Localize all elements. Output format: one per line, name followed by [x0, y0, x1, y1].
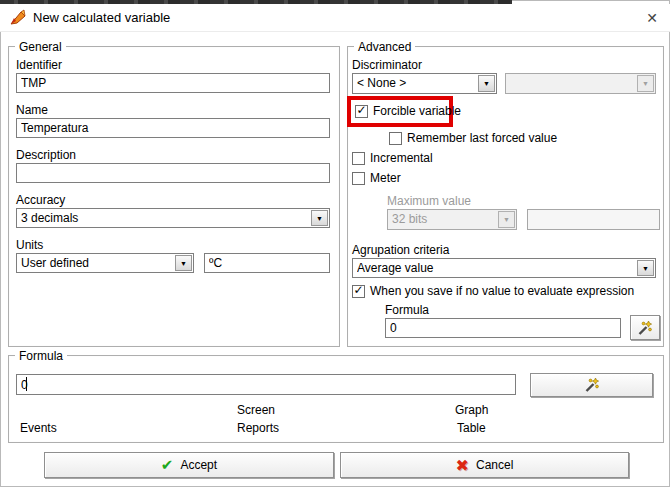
text-caret	[26, 377, 27, 391]
advanced-formula-label: Formula	[385, 303, 429, 317]
dropdown-arrow-icon: ▼	[637, 75, 654, 92]
advanced-legend: Advanced	[354, 40, 415, 54]
column-reports-label: Reports	[237, 421, 279, 435]
checkbox-label: When you save if no value to evaluate ex…	[370, 284, 634, 298]
discriminator-label: Discriminator	[352, 58, 422, 72]
identifier-input[interactable]	[16, 73, 330, 93]
checkbox-box[interactable]: ✓	[355, 105, 368, 118]
column-graph-label: Graph	[455, 403, 488, 417]
discriminator-value: < None >	[357, 76, 476, 90]
accuracy-value: 3 decimals	[21, 211, 309, 225]
magic-wand-icon	[584, 377, 600, 393]
units-label: Units	[16, 238, 43, 252]
magic-wand-icon	[637, 320, 653, 336]
accuracy-select[interactable]: 3 decimals ▼	[16, 208, 330, 228]
checkbox-box[interactable]	[352, 152, 365, 165]
checkbox-label: Meter	[370, 171, 401, 185]
dropdown-arrow-icon[interactable]: ▼	[478, 75, 495, 92]
name-input[interactable]	[16, 118, 330, 138]
units-custom-input[interactable]	[204, 253, 330, 273]
maximum-value-input	[527, 209, 660, 230]
forcible-variable-checkbox[interactable]: ✓ Forcible variable	[355, 104, 461, 118]
incremental-checkbox[interactable]: Incremental	[352, 151, 433, 165]
column-screen-label: Screen	[237, 403, 275, 417]
checkbox-label: Remember last forced value	[407, 131, 557, 145]
cancel-cross-icon: ✖	[456, 456, 469, 475]
formula-input[interactable]	[16, 374, 516, 395]
checkbox-label: Forcible variable	[373, 104, 461, 118]
dialog-window: New calculated variable ✕ General Identi…	[0, 0, 670, 487]
agrupation-criteria-select[interactable]: Average value ▼	[352, 258, 656, 278]
checkbox-label: Incremental	[370, 151, 433, 165]
description-label: Description	[16, 148, 76, 162]
title-bar: New calculated variable ✕	[0, 4, 670, 32]
description-input[interactable]	[16, 163, 330, 183]
meter-checkbox[interactable]: Meter	[352, 171, 401, 185]
dropdown-arrow-icon[interactable]: ▼	[311, 210, 328, 226]
formula-group	[8, 355, 664, 443]
checkbox-box[interactable]	[389, 132, 402, 145]
accept-label: Accept	[180, 458, 217, 472]
accuracy-label: Accuracy	[16, 193, 65, 207]
accept-check-icon: ✔	[161, 456, 174, 474]
dropdown-arrow-icon[interactable]: ▼	[175, 255, 192, 271]
checkbox-box[interactable]	[352, 172, 365, 185]
name-label: Name	[16, 103, 48, 117]
column-table-label: Table	[457, 421, 486, 435]
checkbox-box[interactable]: ✓	[352, 285, 365, 298]
remember-last-forced-checkbox[interactable]: Remember last forced value	[389, 131, 557, 145]
maximum-value-label: Maximum value	[387, 194, 471, 208]
agrupation-criteria-label: Agrupation criteria	[352, 243, 449, 257]
formula-wizard-button[interactable]	[530, 373, 653, 397]
maximum-value-select: 32 bits ▼	[387, 209, 517, 230]
agrupation-criteria-value: Average value	[357, 261, 635, 275]
general-legend: General	[15, 40, 66, 54]
advanced-formula-wizard-button[interactable]	[630, 315, 660, 340]
close-button[interactable]: ✕	[642, 8, 662, 28]
discriminator-secondary-select: ▼	[505, 73, 656, 94]
window-title: New calculated variable	[33, 10, 170, 25]
cancel-label: Cancel	[476, 458, 513, 472]
advanced-formula-input[interactable]	[385, 318, 621, 338]
column-events-label: Events	[20, 421, 57, 435]
app-icon	[9, 9, 28, 26]
dropdown-arrow-icon[interactable]: ▼	[637, 260, 654, 276]
when-save-checkbox[interactable]: ✓ When you save if no value to evaluate …	[352, 284, 634, 298]
maximum-value-text: 32 bits	[392, 212, 496, 226]
identifier-label: Identifier	[16, 58, 62, 72]
accept-button[interactable]: ✔ Accept	[44, 452, 334, 478]
dropdown-arrow-icon: ▼	[498, 211, 515, 228]
formula-legend: Formula	[15, 349, 67, 363]
units-value: User defined	[21, 256, 173, 270]
discriminator-select[interactable]: < None > ▼	[352, 73, 497, 94]
cancel-button[interactable]: ✖ Cancel	[340, 452, 629, 478]
units-select[interactable]: User defined ▼	[16, 253, 194, 273]
